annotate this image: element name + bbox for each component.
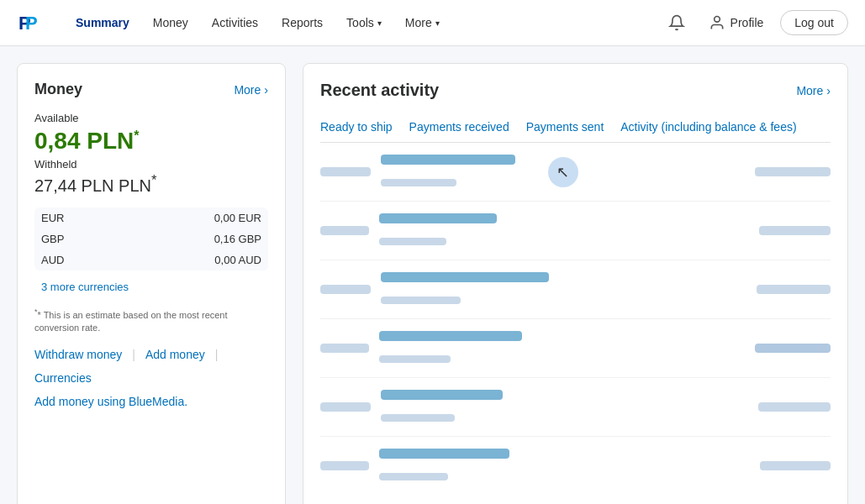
more-currencies-link[interactable]: 3 more currencies [34,277,268,297]
row-amount [757,283,831,297]
paypal-logo-icon: P P [17,9,44,36]
activity-more-link[interactable]: More › [796,84,831,97]
balance-asterisk: * [134,129,139,143]
profile-button[interactable]: Profile [700,9,773,36]
add-money-link[interactable]: Add money [145,348,205,361]
nav-links: Summary Money Activities Reports Tools ▾… [66,9,662,36]
row-info [379,213,749,248]
money-panel-title: Money [34,81,82,98]
currency-code-gbp: GBP [34,228,122,249]
row-date [320,224,369,238]
row-amount [760,459,831,473]
user-icon [709,14,725,31]
row-info [379,331,745,365]
row-date [320,283,371,297]
row-amount [759,224,831,238]
header: P P Summary Money Activities Reports Too… [0,0,865,46]
bluemedia-row: Add money using BlueMedia. [34,395,268,408]
currency-row-aud: AUD 0,00 AUD [34,249,268,270]
header-right: Profile Log out [662,8,848,38]
nav-more[interactable]: More ▾ [395,9,450,36]
notification-bell-button[interactable] [662,8,692,38]
bluemedia-link[interactable]: Add money using BlueMedia. [34,395,187,408]
withheld-asterisk: * [151,172,156,188]
row-info [381,272,746,307]
row-date [320,342,369,355]
activity-title: Recent activity [320,81,439,100]
nav-summary[interactable]: Summary [66,9,140,36]
svg-text:P: P [25,13,38,34]
money-more-link[interactable]: More › [234,83,268,97]
row-info [379,449,750,483]
money-more-chevron-icon: › [264,83,268,97]
currency-code-eur: EUR [34,207,122,228]
table-row [320,202,831,260]
logout-button[interactable]: Log out [780,10,848,35]
currency-amount-aud: 0,00 AUD [122,249,268,270]
money-panel: Money More › Available 0,84 PLN* Withhel… [17,63,286,504]
table-row [320,437,831,495]
currency-amount-gbp: 0,16 GBP [122,228,268,249]
activity-more-chevron-icon: › [826,84,831,97]
withdraw-money-link[interactable]: Withdraw money [34,348,122,361]
available-label: Available [34,112,268,124]
row-amount [755,165,831,179]
row-info: ↖ [381,155,745,189]
withheld-label: Withheld [34,158,268,171]
cursor-icon: ↖ [556,165,569,180]
table-row [320,260,831,319]
currency-code-aud: AUD [34,249,122,270]
more-chevron-icon: ▾ [435,18,440,28]
action-sep-1: | [132,348,135,361]
nav-money[interactable]: Money [143,9,198,36]
currency-row-gbp: GBP 0,16 GBP [34,228,268,249]
activity-header: Recent activity More › [320,81,831,100]
activity-list: ↖ [320,143,831,495]
balance-amount: 0,84 PLN* [34,128,268,155]
nav-tools[interactable]: Tools ▾ [336,9,392,36]
currency-row-eur: EUR 0,00 EUR [34,207,268,228]
currency-table: EUR 0,00 EUR GBP 0,16 GBP AUD 0,00 AUD [34,207,268,270]
tab-activity-including[interactable]: Activity (including balance & fees) [620,113,796,142]
profile-label: Profile [731,16,764,29]
nav-activities[interactable]: Activities [202,9,268,36]
activity-tabs: Ready to ship Payments received Payments… [320,113,831,143]
tools-chevron-icon: ▾ [377,18,382,28]
row-date [320,459,369,473]
activity-panel: Recent activity More › Ready to ship Pay… [303,63,848,504]
action-links: Withdraw money | Add money | Currencies [34,348,268,385]
svg-point-3 [714,17,720,23]
withheld-amount: 27,44 PLN PLN* [34,172,268,196]
nav-reports[interactable]: Reports [272,9,333,36]
tab-payments-sent[interactable]: Payments sent [526,113,604,142]
logo-area: P P [17,9,49,36]
tab-ready-to-ship[interactable]: Ready to ship [320,113,393,142]
row-info [381,390,748,424]
currencies-link[interactable]: Currencies [34,371,92,385]
table-row: ↖ [320,143,831,202]
main-content: Money More › Available 0,84 PLN* Withhel… [0,46,865,504]
money-panel-header: Money More › [34,81,268,98]
row-date [320,401,371,414]
currency-amount-eur: 0,00 EUR [122,207,268,228]
disclaimer-text: ** This is an estimate based on the most… [34,307,268,334]
bell-icon [668,14,685,31]
row-amount [758,401,831,414]
table-row [320,378,831,437]
tab-payments-received[interactable]: Payments received [409,113,509,142]
row-date [320,165,371,179]
table-row [320,319,831,378]
row-amount [755,342,831,355]
action-sep-2: | [215,348,219,361]
cursor-highlight: ↖ [548,157,578,187]
